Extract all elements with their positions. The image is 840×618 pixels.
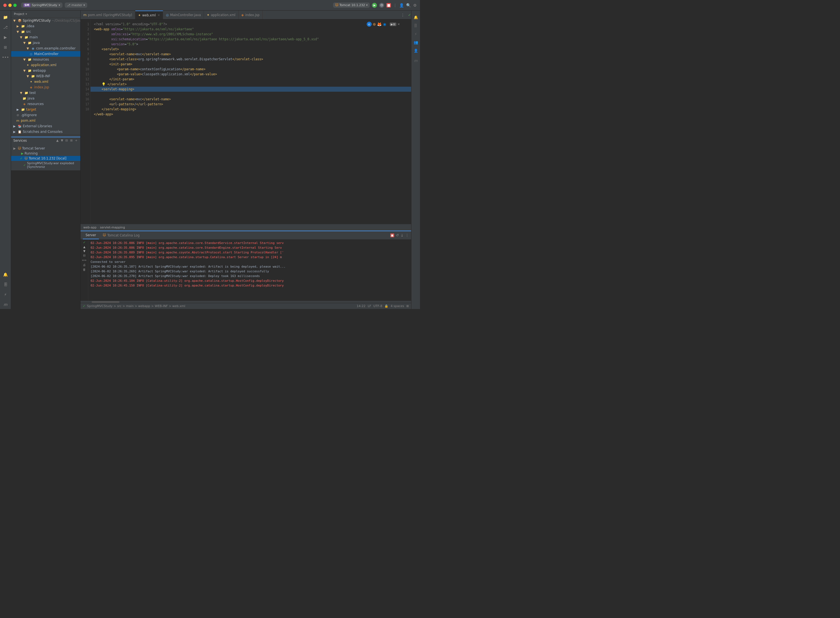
- tabs-more-button[interactable]: ⋮: [399, 13, 407, 17]
- tree-item-testresources[interactable]: ◈ resources: [11, 101, 80, 107]
- log-wrap-icon[interactable]: ⟺: [82, 258, 87, 262]
- log-clear-icon[interactable]: 🗑: [83, 268, 86, 272]
- tree-item-extlibs[interactable]: ▶ 📚 External Libraries: [11, 123, 80, 129]
- sidebar-icon-notifications[interactable]: 🔔: [1, 270, 10, 279]
- svc-group-btn[interactable]: ⊞: [70, 138, 73, 143]
- tree-item-src[interactable]: ▼ 📁 src: [11, 29, 80, 34]
- log-arrow2-icon[interactable]: ▼: [83, 250, 86, 253]
- tree-item-package[interactable]: ▼ ◉ com.example.controller: [11, 46, 80, 51]
- svc-filter-btn[interactable]: ⊟: [65, 138, 68, 143]
- svc-running[interactable]: ▶ Running: [11, 151, 80, 156]
- tab-index[interactable]: ◈ index.jsp: [239, 10, 263, 19]
- rs-user2-icon[interactable]: 👤: [413, 47, 419, 54]
- stop-server-button[interactable]: ■: [390, 233, 394, 237]
- user-icon[interactable]: 👤: [399, 3, 404, 7]
- tree-item-gitignore[interactable]: ⊘ .gitignore: [11, 112, 80, 118]
- tree-item-testjava[interactable]: 📁 java: [11, 96, 80, 101]
- tree-item-pomxml[interactable]: m pom.xml: [11, 118, 80, 123]
- tab-appxml[interactable]: ✦ application.xml: [204, 10, 238, 19]
- tree-item-target[interactable]: ▶ 📁 target: [11, 107, 80, 112]
- run-config-icon[interactable]: ▶⊞: [390, 22, 396, 26]
- svc-add-btn[interactable]: +: [74, 138, 78, 143]
- tree-item-scratches[interactable]: ▶ 📋 Scratches and Consoles: [11, 129, 80, 135]
- sidebar-icon-db[interactable]: 🗄: [1, 280, 10, 289]
- horizontal-scrollbar[interactable]: [11, 135, 80, 137]
- log-content[interactable]: 02-Jun-2024 10:26:35.086 INFO [main] org…: [88, 239, 411, 301]
- btab-catalina[interactable]: 🐱 Tomcat Catalina Log: [100, 231, 142, 239]
- log-filter-icon[interactable]: ⊟: [83, 254, 86, 257]
- rs-notifications-icon[interactable]: 🔔: [413, 14, 419, 21]
- project-selector[interactable]: SM SpringMVCStudy ▾: [21, 3, 62, 8]
- svc-tomcat-server[interactable]: ▶ 🐱 Tomcat Server: [11, 146, 80, 151]
- tree-item-webxml[interactable]: ✦ web.xml: [11, 79, 80, 85]
- rs-user1-icon[interactable]: 👥: [413, 39, 419, 46]
- more-options-icon[interactable]: ⋮: [393, 3, 397, 7]
- rs-m-icon[interactable]: m: [413, 57, 419, 64]
- status-indent[interactable]: 4 spaces: [390, 304, 404, 308]
- tree-item-idea[interactable]: ▶ 📁 .idea: [11, 23, 80, 29]
- tree-item-root[interactable]: ▼ 📦 SpringMVCStudy ~/Desktop/CS/JavaEE/S: [11, 18, 80, 23]
- status-encoding[interactable]: UTF-8: [373, 304, 382, 308]
- sidebar-icon-plugins[interactable]: ⊞: [1, 43, 10, 52]
- tree-item-webinf[interactable]: ▼ 📁 WEB-INF: [11, 73, 80, 79]
- collapse-icon: ▶: [12, 124, 17, 128]
- tree-item-test[interactable]: ▼ 📁 test: [11, 90, 80, 96]
- tree-item-indexjsp[interactable]: ◈ index.jsp: [11, 85, 80, 90]
- status-layout-icon[interactable]: ⊞: [407, 304, 409, 308]
- browser-firefox-icon[interactable]: 🦊: [377, 22, 382, 27]
- tree-item-appxml[interactable]: ✦ application.xml: [11, 62, 80, 68]
- tab-main[interactable]: ◎ MainController.java: [163, 10, 204, 19]
- tab-pom[interactable]: m pom.xml (SpringMVCStudy): [80, 10, 135, 19]
- scroll-end-icon[interactable]: ⤓: [401, 233, 404, 237]
- log-print-icon[interactable]: 🖨: [83, 263, 86, 267]
- browser-chrome-icon[interactable]: ⊕: [373, 22, 376, 27]
- tree-label: src: [26, 30, 31, 34]
- branch-selector[interactable]: ⎇ master ▾: [65, 3, 87, 8]
- breadcrumb-part1[interactable]: web-app: [83, 226, 96, 229]
- log-arrow1-icon[interactable]: ▲: [83, 245, 86, 248]
- gear-icon[interactable]: ⚙: [413, 3, 417, 7]
- browser-edge-icon[interactable]: ◉: [383, 22, 386, 27]
- sidebar-icon-m[interactable]: m: [1, 300, 10, 309]
- tree-item-maincontroller[interactable]: ◎ MainController: [11, 51, 80, 57]
- rs-gradle-icon[interactable]: ⚡: [413, 31, 419, 37]
- maximize-button[interactable]: [13, 4, 17, 7]
- tab-web[interactable]: ✦ web.xml ✕: [135, 10, 163, 19]
- sidebar-icon-gradle[interactable]: ⚡: [1, 290, 10, 299]
- log-scrollbar[interactable]: [80, 301, 411, 303]
- tree-item-resources1[interactable]: ▼ 📁 resources: [11, 57, 80, 62]
- search-icon[interactable]: 🔍: [406, 3, 411, 7]
- stop-button[interactable]: ■: [386, 3, 391, 7]
- svc-down-btn[interactable]: ▼: [60, 138, 64, 143]
- log-more-icon[interactable]: ⋮: [405, 233, 409, 237]
- sidebar-icon-git[interactable]: ⎇: [1, 23, 10, 32]
- sidebar-icon-folder[interactable]: 📁: [1, 13, 10, 22]
- rs-db-icon[interactable]: 🗄: [413, 22, 419, 29]
- close-overlay-icon[interactable]: ✕: [398, 22, 400, 26]
- tree-item-webapp[interactable]: ▼ 📁 webapp: [11, 68, 80, 73]
- tab-web-close[interactable]: ✕: [158, 13, 160, 17]
- sidebar-icon-run[interactable]: ▶: [1, 33, 10, 42]
- file-tree-header[interactable]: Project ▾: [11, 10, 80, 18]
- svc-up-btn[interactable]: ▲: [56, 138, 59, 143]
- restart-icon[interactable]: ↺: [396, 233, 399, 237]
- svc-war-exploded[interactable]: ✓ SpringMVCStudy:war exploded [Synchroni…: [11, 161, 80, 169]
- tomcat-selector[interactable]: 🐱 Tomcat 10.1.232 ▾: [333, 3, 370, 8]
- browser-ie-icon[interactable]: e: [367, 22, 372, 27]
- extlib-icon: 📚: [18, 124, 22, 128]
- run-button[interactable]: ▶: [372, 3, 377, 8]
- close-button[interactable]: [3, 4, 7, 7]
- status-lf[interactable]: LF: [368, 304, 371, 308]
- svc-tomcat-local[interactable]: ✓ 🐱 Tomcat 10.1.232 [local]: [11, 156, 80, 161]
- breadcrumb-part2[interactable]: servlet-mapping: [100, 226, 125, 229]
- status-line-col[interactable]: 14:22: [357, 304, 365, 308]
- minimize-button[interactable]: [8, 4, 12, 7]
- tree-item-main[interactable]: ▼ 📁 main: [11, 34, 80, 40]
- code-editor[interactable]: <?xml version="1.0" encoding="UTF-8"?> <…: [91, 19, 411, 224]
- tree-item-java[interactable]: ▼ 📁 java: [11, 40, 80, 46]
- tree-label: Scratches and Consoles: [23, 130, 62, 134]
- java-icon: ◎: [29, 52, 33, 56]
- sidebar-icon-more[interactable]: •••: [1, 53, 10, 62]
- btab-server[interactable]: Server: [83, 231, 99, 239]
- settings-icon[interactable]: ⚙: [379, 3, 384, 8]
